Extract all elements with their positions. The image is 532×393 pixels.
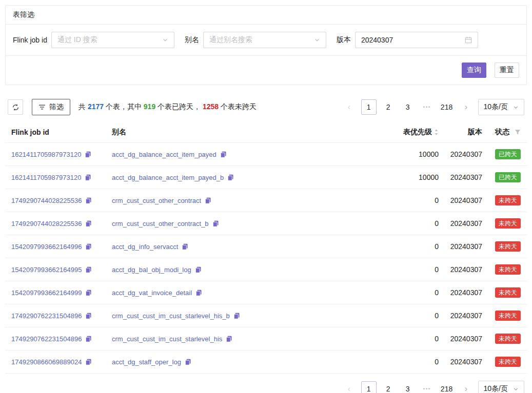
copy-icon[interactable] <box>85 174 91 181</box>
table-row: 1542097993662164999 acct_dg_vat_invoice_… <box>5 281 527 304</box>
page-ellipsis[interactable]: ••• <box>420 381 435 393</box>
alias-link[interactable]: acct_dg_balance_acct_item_payed_b <box>112 174 224 181</box>
flink-job-id-link[interactable]: 1749290762231504896 <box>11 335 82 343</box>
alias-link[interactable]: acct_dg_balance_acct_item_payed <box>112 151 216 158</box>
column-header-alias: 别名 <box>112 128 377 137</box>
copy-icon[interactable] <box>226 336 232 342</box>
version-date-input[interactable]: 20240307 <box>355 32 478 48</box>
summary-text: 共 2177 个表，其中 919 个表已跨天， 1258 个表未跨天 <box>78 102 257 112</box>
next-page-button[interactable]: › <box>459 99 474 115</box>
priority-cell: 10000 <box>377 150 439 158</box>
filter-toggle-button[interactable]: 筛选 <box>32 99 70 115</box>
flink-job-id-link[interactable]: 1749290744028225536 <box>11 220 82 227</box>
priority-cell: 0 <box>377 335 439 343</box>
copy-icon[interactable] <box>185 359 191 365</box>
page-button-last[interactable]: 218 <box>439 381 455 393</box>
status-badge: 未跨天 <box>495 218 521 229</box>
alias-link[interactable]: acct_dg_bal_obj_modi_log <box>112 266 191 274</box>
alias-link[interactable]: acct_dg_vat_invoice_detail <box>112 289 192 297</box>
flink-job-id-link[interactable]: 1621411705987973120 <box>11 174 81 181</box>
calendar-icon <box>465 36 472 44</box>
refresh-button[interactable] <box>8 99 23 115</box>
alias-cell: acct_dg_balance_acct_item_payed_b <box>112 174 377 181</box>
prev-page-button[interactable]: ‹ <box>342 381 357 393</box>
next-page-button[interactable]: › <box>459 381 474 393</box>
copy-icon[interactable] <box>85 313 92 319</box>
copy-icon[interactable] <box>195 289 202 296</box>
page-button-2[interactable]: 2 <box>381 381 396 393</box>
copy-icon[interactable] <box>233 313 240 319</box>
copy-icon[interactable] <box>220 151 227 158</box>
flink-job-id-link[interactable]: 1749290866069889024 <box>11 358 82 366</box>
alias-link[interactable]: acct_dg_info_servacct <box>112 243 178 251</box>
copy-icon[interactable] <box>85 266 92 273</box>
uncrossed-count: 1258 <box>203 102 219 111</box>
alias-cell: crm_cust_cust_other_contract_b <box>112 220 377 227</box>
flink-job-id-link[interactable]: 1542097993662164999 <box>11 289 82 297</box>
copy-icon[interactable] <box>85 151 91 158</box>
page-button-3[interactable]: 3 <box>400 99 416 115</box>
copy-icon[interactable] <box>85 336 92 342</box>
priority-cell: 0 <box>377 358 439 366</box>
page-button-last[interactable]: 218 <box>439 99 455 115</box>
funnel-icon[interactable] <box>515 129 521 135</box>
flink-job-id-link[interactable]: 1749290762231504896 <box>11 312 82 320</box>
alias-link[interactable]: crm_cust_cust_im_cust_starlevel_his <box>112 335 222 343</box>
status-badge: 未跨天 <box>495 264 521 275</box>
filter-toggle-label: 筛选 <box>49 102 64 112</box>
table-row: 1749290744028225536 crm_cust_cust_other_… <box>5 212 527 235</box>
prev-page-button[interactable]: ‹ <box>342 99 357 115</box>
query-button[interactable]: 查询 <box>462 63 486 78</box>
status-cell: 未跨天 <box>482 334 521 344</box>
column-title: 版本 <box>468 128 482 137</box>
alias-placeholder: 通过别名搜索 <box>209 35 252 45</box>
reset-button[interactable]: 重置 <box>495 63 519 78</box>
flink-job-id-link[interactable]: 1542097993662164996 <box>11 243 82 251</box>
column-title: 别名 <box>112 128 126 137</box>
alias-label: 别名 <box>185 35 199 45</box>
total-count: 2177 <box>88 102 104 111</box>
alias-cell: acct_dg_staff_oper_log <box>112 358 377 366</box>
page-ellipsis[interactable]: ••• <box>420 99 435 115</box>
alias-link[interactable]: crm_cust_cust_other_contract <box>112 197 201 204</box>
alias-select[interactable]: 通过别名搜索 <box>203 32 326 48</box>
copy-icon[interactable] <box>85 220 92 227</box>
copy-icon[interactable] <box>205 197 211 204</box>
column-header-priority[interactable]: 表优先级 <box>377 128 439 137</box>
version-cell: 20240307 <box>439 335 482 343</box>
copy-icon[interactable] <box>85 197 92 204</box>
page-size-select[interactable]: 10条/页 <box>478 99 524 115</box>
page-button-1[interactable]: 1 <box>361 381 377 393</box>
version-date-value: 20240307 <box>361 36 393 44</box>
caret-up-down-icon[interactable] <box>434 129 439 136</box>
copy-icon[interactable] <box>85 243 92 250</box>
page-button-1[interactable]: 1 <box>361 99 377 115</box>
version-cell: 20240307 <box>439 173 482 181</box>
alias-link[interactable]: crm_cust_cust_other_contract_b <box>112 220 209 227</box>
sync-icon <box>12 104 19 111</box>
copy-icon[interactable] <box>212 220 219 227</box>
page-size-select[interactable]: 10条/页 <box>478 381 524 393</box>
status-cell: 未跨天 <box>482 287 521 298</box>
status-badge: 未跨天 <box>495 241 521 252</box>
flink-job-id-label: Flink job id <box>13 36 47 44</box>
page-button-2[interactable]: 2 <box>381 99 396 115</box>
alias-cell: acct_dg_vat_invoice_detail <box>112 289 377 297</box>
page-button-3[interactable]: 3 <box>400 381 416 393</box>
copy-icon[interactable] <box>195 266 202 273</box>
flink-job-id-link[interactable]: 1749290744028225536 <box>11 197 82 204</box>
alias-cell: acct_dg_bal_obj_modi_log <box>112 266 377 274</box>
copy-icon[interactable] <box>85 289 92 296</box>
table-body: 1621411705987973120 acct_dg_balance_acct… <box>5 143 527 374</box>
flink-job-id-link[interactable]: 1542097993662164995 <box>11 266 82 274</box>
flink-job-id-link[interactable]: 1621411705987973120 <box>11 151 81 158</box>
alias-link[interactable]: acct_dg_staff_oper_log <box>112 358 181 366</box>
copy-icon[interactable] <box>227 174 234 181</box>
status-cell: 未跨天 <box>482 218 521 229</box>
copy-icon[interactable] <box>182 243 188 250</box>
alias-link[interactable]: crm_cust_cust_im_cust_starlevel_his_b <box>112 312 230 320</box>
status-badge: 未跨天 <box>495 311 521 321</box>
flink-job-id-cell: 1749290762231504896 <box>11 312 112 320</box>
flink-job-id-select[interactable]: 通过 ID 搜索 <box>51 32 174 48</box>
copy-icon[interactable] <box>85 359 92 365</box>
